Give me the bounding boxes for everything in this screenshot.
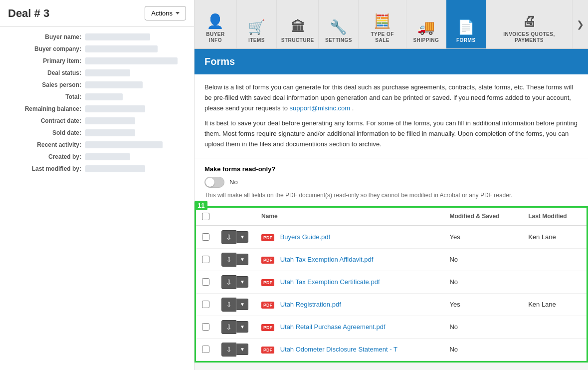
tab-icon-type-of-sale: 🧮 xyxy=(374,14,391,28)
field-value xyxy=(85,153,130,160)
tab-label-structure: STRUCTURE xyxy=(281,37,314,43)
row-checkbox-cell xyxy=(196,271,215,293)
row-actions-cell: ⇩ ▼ xyxy=(215,271,255,293)
tab-forms[interactable]: 📄 FORMS xyxy=(446,0,486,48)
row-name-cell: PDF Utah Registration.pdf xyxy=(255,293,443,316)
tabs-next-arrow[interactable]: ❯ xyxy=(573,0,588,48)
row-actions-cell: ⇩ ▼ xyxy=(215,338,255,361)
tab-settings[interactable]: 🔧 SETTINGS xyxy=(319,0,359,48)
field-label: Created by: xyxy=(8,153,85,160)
row-checkbox[interactable] xyxy=(202,278,209,286)
col-actions-header xyxy=(215,208,255,226)
field-row: Sold date: xyxy=(0,127,194,139)
pdf-badge: PDF xyxy=(261,257,274,264)
download-dropdown[interactable]: ▼ xyxy=(236,344,248,355)
row-name-cell: PDF Utah Tax Exemption Certificate.pdf xyxy=(255,271,443,293)
support-email-link[interactable]: support@mlsinc.com xyxy=(290,104,351,112)
table-row: ⇩ ▼ PDF Utah Registration.pdf Yes Ken La… xyxy=(196,293,587,316)
tab-label-invoices: INVOICES QUOTES, PAYMENTS xyxy=(492,31,566,43)
row-checkbox-cell xyxy=(196,338,215,361)
file-link[interactable]: Utah Registration.pdf xyxy=(280,301,341,308)
download-dropdown[interactable]: ▼ xyxy=(236,276,248,288)
field-value xyxy=(85,117,135,124)
tab-icon-buyer-info: 👤 xyxy=(206,14,224,28)
file-link[interactable]: Utah Tax Exemption Certificate.pdf xyxy=(280,278,380,286)
download-button[interactable]: ⇩ xyxy=(221,320,236,334)
tab-label-buyer-info: BUYER INFO xyxy=(200,31,230,43)
tab-items[interactable]: 🛒 ITEMS xyxy=(237,0,277,48)
field-label: Sold date: xyxy=(8,129,85,136)
col-modified-header: Modified & Saved xyxy=(443,208,522,226)
row-checkbox[interactable] xyxy=(202,323,209,331)
tab-structure[interactable]: 🏛 STRUCTURE xyxy=(277,0,319,48)
tab-icon-settings: 🔧 xyxy=(330,20,347,34)
field-value xyxy=(85,33,150,40)
field-row: Deal status: xyxy=(0,67,194,79)
tab-icon-forms: 📄 xyxy=(457,20,475,34)
row-checkbox-cell xyxy=(196,248,215,271)
download-dropdown[interactable]: ▼ xyxy=(236,231,248,243)
deal-title: Deal # 3 xyxy=(8,7,49,20)
tab-icon-structure: 🏛 xyxy=(291,20,305,34)
content-area: Forms Below is a list of forms you can g… xyxy=(195,49,588,370)
toggle-knob xyxy=(205,178,214,187)
field-value xyxy=(85,93,123,100)
row-modified-cell: Yes xyxy=(443,226,522,249)
tab-label-type-of-sale: TYPE OF SALE xyxy=(365,31,399,43)
table-header-row: Name Modified & Saved Last Modified xyxy=(196,208,587,226)
download-button[interactable]: ⇩ xyxy=(221,275,236,289)
col-checkbox xyxy=(196,208,215,226)
left-panel: Deal # 3 Actions Buyer name: Buyer compa… xyxy=(0,0,195,370)
row-checkbox[interactable] xyxy=(202,346,209,353)
file-link[interactable]: Utah Tax Exemption Affidavit.pdf xyxy=(280,256,374,263)
row-checkbox[interactable] xyxy=(202,233,209,241)
field-value xyxy=(85,57,178,64)
field-row: Sales person: xyxy=(0,79,194,91)
pdf-badge: PDF xyxy=(261,302,274,309)
table-row: ⇩ ▼ PDF Utah Retail Purchase Agreement.p… xyxy=(196,316,587,338)
field-label: Sales person: xyxy=(8,81,85,88)
download-button[interactable]: ⇩ xyxy=(221,253,236,267)
deal-header: Deal # 3 Actions xyxy=(0,0,194,27)
field-row: Created by: xyxy=(0,151,194,163)
download-dropdown[interactable]: ▼ xyxy=(236,299,248,310)
field-label: Last modified by: xyxy=(8,165,85,172)
field-label: Buyer company: xyxy=(8,45,85,52)
tab-buyer-info[interactable]: 👤 BUYER INFO xyxy=(195,0,237,48)
row-checkbox[interactable] xyxy=(202,301,209,308)
deal-fields: Buyer name: Buyer company: Primary item:… xyxy=(0,27,194,179)
field-row: Contract date: xyxy=(0,115,194,127)
download-dropdown[interactable]: ▼ xyxy=(236,321,248,333)
row-modified-cell: No xyxy=(443,271,522,293)
forms-table: Name Modified & Saved Last Modified ⇩ ▼ … xyxy=(196,208,587,361)
field-value xyxy=(85,81,143,88)
tab-label-items: ITEMS xyxy=(248,37,265,43)
field-label: Deal status: xyxy=(8,69,85,76)
field-row: Buyer company: xyxy=(0,43,194,55)
field-value xyxy=(85,165,145,172)
select-all-checkbox[interactable] xyxy=(202,213,209,220)
field-row: Total: xyxy=(0,91,194,103)
pdf-badge: PDF xyxy=(261,324,274,331)
row-actions-cell: ⇩ ▼ xyxy=(215,226,255,249)
tab-invoices[interactable]: 🖨 INVOICES QUOTES, PAYMENTS xyxy=(486,0,573,48)
file-link[interactable]: Utah Odometer Disclosure Statement - T xyxy=(280,346,397,353)
col-name-header: Name xyxy=(255,208,443,226)
field-label: Contract date: xyxy=(8,117,85,124)
download-button[interactable]: ⇩ xyxy=(221,298,236,312)
field-row: Last modified by: xyxy=(0,163,194,175)
actions-button[interactable]: Actions xyxy=(145,6,186,20)
readonly-toggle[interactable] xyxy=(204,177,224,188)
download-button[interactable]: ⇩ xyxy=(221,343,236,357)
table-row: ⇩ ▼ PDF Utah Odometer Disclosure Stateme… xyxy=(196,338,587,361)
file-link[interactable]: Utah Retail Purchase Agreement.pdf xyxy=(280,323,386,331)
row-checkbox[interactable] xyxy=(202,256,209,263)
download-dropdown[interactable]: ▼ xyxy=(236,254,248,265)
tab-type-of-sale[interactable]: 🧮 TYPE OF SALE xyxy=(359,0,406,48)
row-last-modified-cell xyxy=(522,248,587,271)
file-link[interactable]: Buyers Guide.pdf xyxy=(280,233,330,241)
tab-shipping[interactable]: 🚚 SHIPPING xyxy=(406,0,446,48)
right-panel: 👤 BUYER INFO 🛒 ITEMS 🏛 STRUCTURE 🔧 SETTI… xyxy=(195,0,588,370)
download-button[interactable]: ⇩ xyxy=(221,230,236,244)
field-row: Primary item: xyxy=(0,55,194,67)
